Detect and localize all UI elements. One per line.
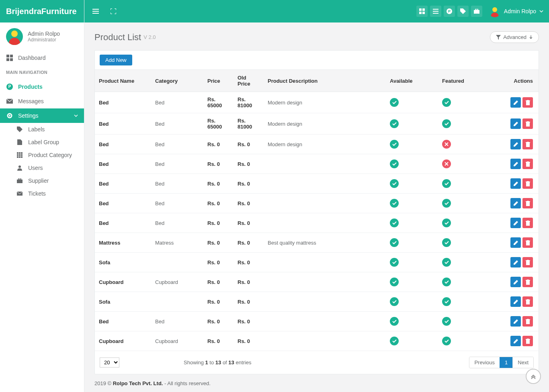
delete-button[interactable] (522, 277, 533, 287)
cell-name: Sofa (95, 253, 151, 272)
pagination-next[interactable]: Next (512, 357, 533, 368)
delete-button[interactable] (522, 336, 533, 346)
svg-rect-26 (422, 8, 425, 11)
pagination-page-1[interactable]: 1 (500, 357, 512, 368)
cell-available (386, 154, 438, 174)
cell-old-price: 0 (234, 194, 264, 213)
cell-category: Cupboard (151, 272, 203, 292)
pagination-previous[interactable]: Previous (469, 357, 500, 368)
topbar-user-name: Admin Rolpo (504, 8, 536, 14)
col-header-price[interactable]: Price (203, 70, 234, 92)
edit-button[interactable] (510, 178, 521, 189)
fullscreen-icon[interactable] (108, 6, 119, 17)
cell-available (386, 113, 438, 135)
chevron-down-icon (74, 114, 78, 117)
edit-button[interactable] (510, 159, 521, 169)
scroll-to-top-button[interactable] (526, 369, 541, 384)
cell-featured (438, 331, 502, 351)
envelope-icon (16, 192, 23, 196)
sidebar-item-messages[interactable]: Messages (0, 94, 84, 108)
edit-button[interactable] (510, 218, 521, 228)
edit-button[interactable] (510, 118, 521, 129)
table-row: BedBed00 (95, 174, 539, 194)
edit-button[interactable] (510, 336, 521, 346)
check-icon (390, 297, 399, 306)
edit-button[interactable] (510, 139, 521, 149)
advanced-filter-button[interactable]: Advanced (490, 31, 539, 43)
topbar-tag-icon[interactable] (457, 6, 469, 17)
topbar-grid-icon[interactable] (416, 6, 428, 17)
sidebar-subitem-product-category[interactable]: Product Category (0, 149, 84, 161)
grid-icon (16, 152, 23, 158)
check-icon (390, 238, 399, 247)
topbar-briefcase-icon[interactable] (471, 6, 482, 17)
check-icon (442, 238, 451, 247)
table-row: BedBed00 (95, 312, 539, 331)
sidebar-item-label: Tickets (28, 190, 46, 197)
col-header-available[interactable]: Available (386, 70, 438, 92)
table-row: Sofa00 (95, 253, 539, 272)
table-row: BedBed6500081000Modern design (95, 113, 539, 135)
cell-price: 0 (203, 194, 234, 213)
col-header-old-price[interactable]: Old Price (234, 70, 264, 92)
sidebar-subitem-tickets[interactable]: Tickets (0, 187, 84, 200)
cell-description: Modern design (264, 113, 386, 135)
svg-rect-40 (526, 122, 530, 122)
sidebar-subitem-labels[interactable]: Labels (0, 123, 84, 136)
sidebar-item-settings[interactable]: Settings (0, 108, 84, 123)
cell-category: Bed (151, 174, 203, 194)
sidebar-item-products[interactable]: P Products (0, 80, 84, 94)
cross-icon (442, 140, 451, 149)
topbar-product-icon[interactable]: P (444, 6, 455, 17)
cell-actions (502, 312, 539, 331)
svg-rect-23 (92, 11, 99, 12)
sidebar-subitem-users[interactable]: Users (0, 161, 84, 174)
sidebar-subitem-supplier[interactable]: Supplier (0, 174, 84, 187)
chevron-down-icon (539, 10, 543, 12)
svg-rect-62 (527, 260, 529, 260)
topbar-list-icon[interactable] (430, 6, 441, 17)
edit-button[interactable] (510, 316, 521, 327)
cell-price: 65000 (203, 92, 234, 113)
delete-button[interactable] (522, 198, 533, 208)
edit-button[interactable] (510, 277, 521, 287)
delete-button[interactable] (522, 178, 533, 189)
delete-button[interactable] (522, 139, 533, 149)
delete-button[interactable] (522, 218, 533, 228)
col-header-name[interactable]: Product Name (95, 70, 151, 92)
cell-description (264, 253, 386, 272)
delete-button[interactable] (522, 296, 533, 307)
edit-button[interactable] (510, 198, 521, 208)
cell-name: Cupboard (95, 331, 151, 351)
col-header-category[interactable]: Category (151, 70, 203, 92)
delete-button[interactable] (522, 316, 533, 327)
sidebar-subitem-label-group[interactable]: Label Group (0, 136, 84, 149)
edit-button[interactable] (510, 97, 521, 108)
delete-button[interactable] (522, 97, 533, 108)
svg-rect-35 (475, 9, 478, 10)
delete-button[interactable] (522, 159, 533, 169)
cell-price: 0 (203, 292, 234, 312)
delete-button[interactable] (522, 257, 533, 267)
menu-toggle-icon[interactable] (90, 6, 101, 17)
page-size-select[interactable]: 20 (100, 357, 119, 368)
check-icon (442, 119, 451, 128)
add-new-button[interactable]: Add New (100, 55, 132, 65)
svg-rect-57 (526, 241, 530, 245)
table-row: MattressMatress00Best quality mattress (95, 233, 539, 253)
brand-logo[interactable]: BrijendraFurniture (0, 0, 84, 22)
cell-actions (502, 272, 539, 292)
cell-featured (438, 135, 502, 154)
col-header-description[interactable]: Product Description (264, 70, 386, 92)
svg-rect-60 (526, 261, 530, 265)
sidebar-item-dashboard[interactable]: Dashboard (0, 51, 84, 65)
svg-rect-65 (527, 280, 529, 280)
table-row: BedBed00 (95, 213, 539, 233)
col-header-featured[interactable]: Featured (438, 70, 502, 92)
user-menu[interactable]: Admin Rolpo (489, 5, 543, 17)
delete-button[interactable] (522, 237, 533, 248)
delete-button[interactable] (522, 118, 533, 129)
edit-button[interactable] (510, 296, 521, 307)
edit-button[interactable] (510, 257, 521, 267)
edit-button[interactable] (510, 237, 521, 248)
